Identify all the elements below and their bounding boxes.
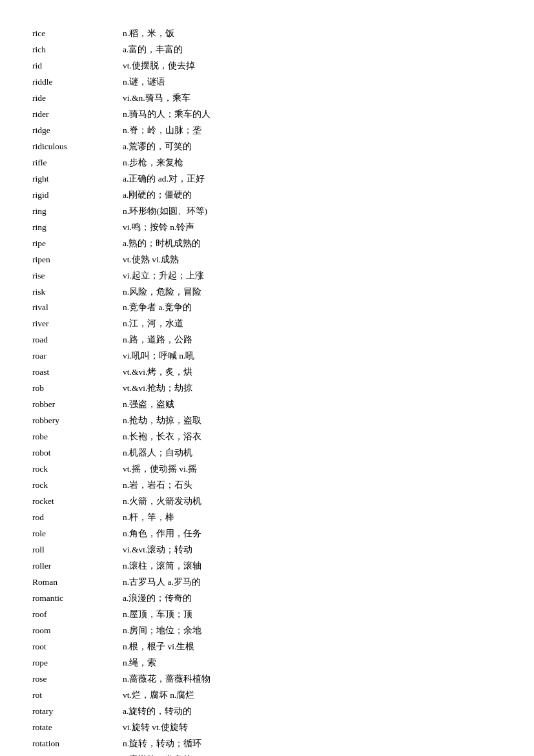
word: risk [32, 284, 123, 300]
definition: vt.&vi.烤，炙，烘 [123, 364, 502, 381]
word: rocket [32, 494, 123, 510]
list-item: ropen.绳，索 [32, 655, 502, 671]
definition: n.骑马的人；乘车的人 [123, 107, 502, 123]
list-item: rotvt.烂，腐坏 n.腐烂 [32, 688, 502, 704]
definition: a.浪漫的；传奇的 [123, 591, 502, 607]
dictionary-content: ricen.稻，米，饭richa.富的，丰富的ridvt.使摆脱，使去掉ridd… [32, 26, 502, 756]
definition: n.杆，竿，棒 [123, 510, 502, 526]
word: right [32, 171, 123, 187]
word: ridiculous [32, 139, 123, 155]
word: ripe [32, 236, 123, 252]
definition: vt.摇，使动摇 vi.摇 [123, 461, 502, 478]
word: roar [32, 348, 123, 364]
list-item: rivaln.竞争者 a.竞争的 [32, 300, 502, 316]
definition: vt.使摆脱，使去掉 [123, 58, 502, 74]
word: robbery [32, 413, 123, 429]
list-item: richa.富的，丰富的 [32, 42, 502, 58]
list-item: roofn.屋顶，车顶；顶 [32, 607, 502, 623]
list-item: risevi.起立；升起；上涨 [32, 268, 502, 284]
list-item: rottena.腐烂的，发臭的 [32, 752, 502, 756]
list-item: riflen.步枪，来复枪 [32, 155, 502, 171]
word: rifle [32, 155, 123, 171]
definition: a.正确的 ad.对，正好 [123, 171, 502, 187]
list-item: rivern.江，河，水道 [32, 316, 502, 332]
definition: n.长袍，长衣，浴衣 [123, 429, 502, 445]
list-item: rodn.杆，竿，棒 [32, 510, 502, 526]
word: roll [32, 542, 123, 558]
definition: n.古罗马人 a.罗马的 [123, 574, 502, 591]
list-item: roomn.房间；地位；余地 [32, 623, 502, 639]
definition: n.房间；地位；余地 [123, 623, 502, 639]
definition: n.稻，米，饭 [123, 26, 502, 42]
word: ring [32, 220, 123, 236]
definition: n.绳，索 [123, 655, 502, 671]
definition: vi.起立；升起；上涨 [123, 268, 502, 284]
word: rotation [32, 736, 123, 752]
definition: vi.吼叫；呼喊 n.吼 [123, 348, 502, 364]
list-item: rigida.刚硬的；僵硬的 [32, 187, 502, 204]
definition: n.滚柱，滚筒，滚轴 [123, 558, 502, 574]
word: rise [32, 268, 123, 284]
definition: vt.&vi.抢劫；劫掠 [123, 381, 502, 397]
list-item: ridgen.脊；岭，山脉；垄 [32, 123, 502, 139]
list-item: ridvt.使摆脱，使去掉 [32, 58, 502, 74]
definition: n.脊；岭，山脉；垄 [123, 123, 502, 139]
list-item: righta.正确的 ad.对，正好 [32, 171, 502, 187]
word: role [32, 526, 123, 542]
list-item: rollvi.&vt.滚动；转动 [32, 542, 502, 558]
word: robot [32, 445, 123, 461]
definition: a.刚硬的；僵硬的 [123, 187, 502, 204]
word: rotten [32, 752, 123, 756]
list-item: ringvi.鸣；按铃 n.铃声 [32, 220, 502, 236]
word: rigid [32, 187, 123, 204]
definition: n.强盗，盗贼 [123, 397, 502, 413]
list-item: rockn.岩，岩石；石头 [32, 478, 502, 494]
word: ripen [32, 252, 123, 268]
list-item: rotarya.旋转的，转动的 [32, 704, 502, 720]
definition: n.火箭，火箭发动机 [123, 494, 502, 510]
list-item: ridiculousa.荒谬的，可笑的 [32, 139, 502, 155]
word: robber [32, 397, 123, 413]
list-item: roarvi.吼叫；呼喊 n.吼 [32, 348, 502, 364]
list-item: rockvt.摇，使动摇 vi.摇 [32, 461, 502, 478]
word: rob [32, 381, 123, 397]
definition: n.谜，谜语 [123, 74, 502, 90]
word: romantic [32, 591, 123, 607]
definition: a.旋转的，转动的 [123, 704, 502, 720]
word: rot [32, 688, 123, 704]
word: rid [32, 58, 123, 74]
list-item: robberyn.抢劫，劫掠，盗取 [32, 413, 502, 429]
list-item: ricen.稻，米，饭 [32, 26, 502, 42]
list-item: ridevi.&n.骑马，乘车 [32, 90, 502, 107]
word: root [32, 639, 123, 655]
word: Roman [32, 574, 123, 591]
word: road [32, 332, 123, 348]
word: ridge [32, 123, 123, 139]
word: rock [32, 461, 123, 478]
definition: n.抢劫，劫掠，盗取 [123, 413, 502, 429]
definition: a.富的，丰富的 [123, 42, 502, 58]
list-item: ringn.环形物(如圆、环等) [32, 204, 502, 220]
list-item: ripenvt.使熟 vi.成熟 [32, 252, 502, 268]
definition: vi.&vt.滚动；转动 [123, 542, 502, 558]
definition: vi.鸣；按铃 n.铃声 [123, 220, 502, 236]
definition: a.荒谬的，可笑的 [123, 139, 502, 155]
definition: n.步枪，来复枪 [123, 155, 502, 171]
definition: n.旋转，转动；循环 [123, 736, 502, 752]
word: river [32, 316, 123, 332]
word: rival [32, 300, 123, 316]
list-item: rolen.角色，作用，任务 [32, 526, 502, 542]
definition: n.路，道路，公路 [123, 332, 502, 348]
word: rotary [32, 704, 123, 720]
word: rod [32, 510, 123, 526]
definition: n.竞争者 a.竞争的 [123, 300, 502, 316]
list-item: rollern.滚柱，滚筒，滚轴 [32, 558, 502, 574]
definition: n.根，根子 vi.生根 [123, 639, 502, 655]
definition: vt.烂，腐坏 n.腐烂 [123, 688, 502, 704]
word: rider [32, 107, 123, 123]
word: rose [32, 671, 123, 688]
list-item: robotn.机器人；自动机 [32, 445, 502, 461]
list-item: roastvt.&vi.烤，炙，烘 [32, 364, 502, 381]
list-item: rotatevi.旋转 vt.使旋转 [32, 720, 502, 736]
definition: vt.使熟 vi.成熟 [123, 252, 502, 268]
